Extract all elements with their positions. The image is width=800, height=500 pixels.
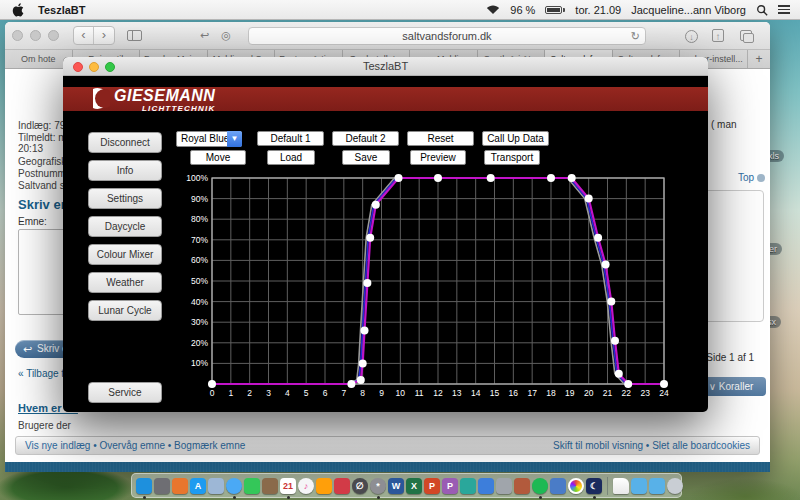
dock-icon-preview[interactable] xyxy=(208,478,224,494)
address-url: saltvandsforum.dk xyxy=(402,30,491,42)
new-tab-button[interactable]: + xyxy=(748,50,770,68)
x-tick-label: 6 xyxy=(323,388,328,398)
curve-point[interactable] xyxy=(208,380,216,388)
sidebar-button-lunar-cycle[interactable]: Lunar Cycle xyxy=(88,300,162,321)
topic-tools-links[interactable]: Vis nye indlæg • Overvåg emne • Bogmærk … xyxy=(25,437,245,454)
curve-point[interactable] xyxy=(361,326,369,334)
sidebar-button-disconnect[interactable]: Disconnect xyxy=(88,132,162,153)
dock-icon-ibooks[interactable] xyxy=(316,478,332,494)
board-tools-links[interactable]: Skift til mobil visning • Slet alle boar… xyxy=(553,437,750,454)
sidebar-button-service[interactable]: Service xyxy=(88,382,162,403)
control-button-move[interactable]: Move xyxy=(190,150,246,165)
dock-icon-moon-app[interactable]: ☾ xyxy=(586,478,602,494)
dock-icon-system-preferences[interactable]: * xyxy=(370,478,386,494)
control-button-transport[interactable]: Transport xyxy=(484,150,540,165)
menu-clock[interactable]: tor. 21.09 xyxy=(575,4,621,16)
reload-icon[interactable]: ↻ xyxy=(631,28,640,44)
curve-point[interactable] xyxy=(395,174,403,182)
dock-icon-word[interactable]: W xyxy=(388,478,404,494)
control-button-load[interactable]: Load xyxy=(267,150,315,165)
curve-point[interactable] xyxy=(434,174,442,182)
active-app-name[interactable]: TeszlaBT xyxy=(38,4,85,16)
dock-icon-messages[interactable] xyxy=(244,478,260,494)
dock-icon-circle-slash-app[interactable]: ∅ xyxy=(352,478,368,494)
curve-point[interactable] xyxy=(366,234,374,242)
browser-zoom-button[interactable] xyxy=(48,30,59,41)
address-bar[interactable]: saltvandsforum.dk ↻ xyxy=(248,27,646,45)
sidebar-icon[interactable] xyxy=(127,30,142,41)
curve-point[interactable] xyxy=(615,370,623,378)
app-titlebar[interactable]: TeszlaBT xyxy=(63,57,708,76)
extension-icon[interactable]: ◎ xyxy=(221,29,231,42)
dock-icon-launchpad[interactable] xyxy=(154,478,170,494)
curve-point[interactable] xyxy=(660,380,668,388)
control-button-default-2[interactable]: Default 2 xyxy=(332,131,399,146)
control-button-call-up-data[interactable]: Call Up Data xyxy=(482,131,549,146)
dock-icon-people-app[interactable] xyxy=(478,478,494,494)
control-button-reset[interactable]: Reset xyxy=(407,131,474,146)
top-link[interactable]: Top xyxy=(738,172,754,183)
curve-point[interactable] xyxy=(602,261,610,269)
curve-point[interactable] xyxy=(357,376,365,384)
curve-point[interactable] xyxy=(611,337,619,345)
sidebar-button-settings[interactable]: Settings xyxy=(88,188,162,209)
dock-icon-dictionary[interactable] xyxy=(262,478,278,494)
dock-icon-folder[interactable] xyxy=(649,478,665,494)
browser-minimize-button[interactable] xyxy=(30,30,41,41)
daycycle-chart[interactable]: 0123456789101112131415161718192021222324… xyxy=(183,170,683,405)
curve-point[interactable] xyxy=(607,298,615,306)
dock-icon-powerpoint[interactable]: P xyxy=(424,478,440,494)
dock-icon-photos[interactable] xyxy=(568,478,584,494)
channel-select[interactable]: Royal Blue ▼ xyxy=(176,131,242,147)
dock-icon-app-store[interactable]: A xyxy=(190,478,206,494)
share-icon[interactable]: ↑ xyxy=(712,29,724,42)
tab-overview-icon[interactable] xyxy=(740,30,752,41)
sidebar-button-daycycle[interactable]: Daycycle xyxy=(88,216,162,237)
dock-icon-spotify[interactable] xyxy=(532,478,548,494)
nav-button-group: ‹ › xyxy=(73,26,115,45)
curve-point[interactable] xyxy=(363,279,371,287)
curve-point[interactable] xyxy=(624,380,632,388)
curve-point[interactable] xyxy=(359,359,367,367)
dock-icon-tiles-app[interactable] xyxy=(172,478,188,494)
curve-point[interactable] xyxy=(585,195,593,203)
dock-icon-itunes[interactable]: ♪ xyxy=(298,478,314,494)
user-menu[interactable]: Jacqueline...ann Viborg xyxy=(631,4,746,16)
apple-menu-icon[interactable] xyxy=(12,3,24,17)
curve-point[interactable] xyxy=(568,174,576,182)
spotlight-icon[interactable] xyxy=(756,4,768,16)
sidebar-button-info[interactable]: Info xyxy=(88,160,162,181)
dock-icon-calendar[interactable]: 21 xyxy=(280,478,296,494)
dock-icon-profile-app[interactable] xyxy=(496,478,512,494)
curve-point[interactable] xyxy=(347,380,355,388)
notification-center-icon[interactable] xyxy=(778,3,790,16)
battery-icon[interactable] xyxy=(545,6,565,14)
dock-icon-red-grid-app[interactable] xyxy=(334,478,350,494)
dock-icon-sienna-app[interactable] xyxy=(514,478,530,494)
dock-icon-safari[interactable] xyxy=(226,478,242,494)
dock-icon-trash[interactable] xyxy=(667,478,683,494)
wifi-icon[interactable] xyxy=(486,4,500,15)
dock-icon-purple-app[interactable]: P xyxy=(442,478,458,494)
back-button[interactable]: ‹ xyxy=(74,27,94,44)
control-button-default-1[interactable]: Default 1 xyxy=(257,131,324,146)
browser-close-button[interactable] xyxy=(12,30,23,41)
dock-icon-folder[interactable] xyxy=(631,478,647,494)
forward-button[interactable]: › xyxy=(94,27,114,44)
sidebar-button-colour-mixer[interactable]: Colour Mixer xyxy=(88,244,162,265)
curve-point[interactable] xyxy=(487,174,495,182)
dock-icon-finder[interactable] xyxy=(136,478,152,494)
curve-point[interactable] xyxy=(547,174,555,182)
dock-icon-document[interactable] xyxy=(613,478,629,494)
dock-icon-mail-app[interactable] xyxy=(550,478,566,494)
downloads-icon[interactable]: ↓ xyxy=(685,30,698,43)
curve-point[interactable] xyxy=(594,234,602,242)
curve-point[interactable] xyxy=(372,201,380,209)
top-arrow-icon xyxy=(757,174,765,182)
sidebar-button-weather[interactable]: Weather xyxy=(88,272,162,293)
control-button-preview[interactable]: Preview xyxy=(410,150,466,165)
control-button-save[interactable]: Save xyxy=(342,150,390,165)
dock-icon-excel[interactable]: X xyxy=(406,478,422,494)
dock-icon-teal-app[interactable] xyxy=(460,478,476,494)
share-back-icon[interactable]: ↩ xyxy=(200,29,209,42)
